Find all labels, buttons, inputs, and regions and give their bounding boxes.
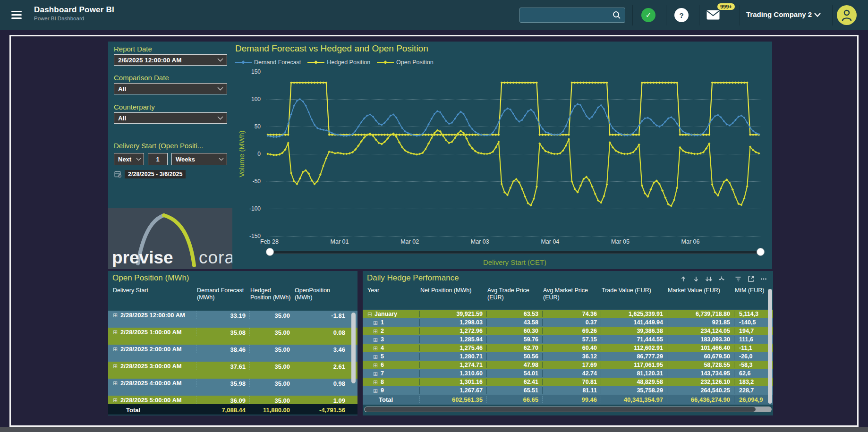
- help-icon[interactable]: ?: [674, 8, 689, 22]
- menu-icon[interactable]: [11, 11, 22, 21]
- column-header[interactable]: Avg Market Price (EUR): [542, 285, 601, 301]
- table-row[interactable]: ⊞2/28/2025 4:00:00 AM35.9835.000.98: [108, 379, 357, 396]
- table-row-january[interactable]: ⊟January39,921.5963.5374.361,625,339.916…: [363, 310, 773, 318]
- drill-down-icon[interactable]: [691, 274, 701, 284]
- search-box[interactable]: [519, 8, 625, 23]
- delivery-mode-select[interactable]: Next: [114, 153, 144, 165]
- filter-icon[interactable]: [733, 274, 743, 284]
- row-label: 7: [381, 370, 384, 377]
- table-row[interactable]: ⊞2/28/2025 5:00:00 AM36.0935.001.09: [108, 396, 357, 404]
- value-cell: 48,829.58: [601, 379, 667, 385]
- slider-handle-left[interactable]: [266, 248, 274, 256]
- table-row-6[interactable]: ⊞61,274.7147.9817.69117,061.9558,728.55-…: [363, 361, 773, 369]
- delivery-unit-select[interactable]: Weeks: [171, 153, 227, 165]
- table-row[interactable]: ⊞2/28/2025 2:00:00 AM38.4635.003.46: [108, 345, 357, 362]
- value-cell: 81.11: [542, 387, 601, 394]
- row-label: 5: [381, 353, 384, 360]
- delivery-range-value[interactable]: 2/28/2025 - 3/6/2025: [125, 170, 186, 178]
- chevron-down-icon[interactable]: [814, 13, 821, 17]
- expand-icon[interactable]: ⊞: [373, 345, 378, 352]
- table-row-9[interactable]: ⊞91,267.6765.5181.1135,758.29264,540.252…: [363, 386, 773, 395]
- column-header[interactable]: Avg Trade Price (EUR): [486, 285, 542, 301]
- column-header[interactable]: Demand Forecast (MWh): [196, 285, 249, 301]
- horizontal-scrollbar[interactable]: [364, 407, 772, 412]
- delivery-start-value: 2/28/2025 4:00:00 AM: [120, 380, 182, 387]
- company-selector[interactable]: Trading Company 2: [746, 10, 812, 18]
- search-input[interactable]: [520, 12, 612, 19]
- date-range-slider[interactable]: [269, 251, 761, 254]
- more-options-icon[interactable]: [759, 274, 768, 284]
- total-value: 26,094,9: [734, 396, 773, 403]
- column-header[interactable]: MtM (EUR): [734, 285, 773, 301]
- expand-icon[interactable]: ⊞: [373, 328, 378, 335]
- value-cell: 1,285.94: [419, 336, 486, 343]
- status-check-icon[interactable]: ✓: [641, 8, 655, 22]
- horizontal-scrollbar-thumb[interactable]: [365, 407, 756, 412]
- user-avatar[interactable]: [837, 5, 857, 25]
- legend-item-hedged-position[interactable]: Hedged Position: [307, 59, 370, 66]
- total-value: 7,088.44: [196, 406, 249, 414]
- table-row[interactable]: ⊞2/28/2025 12:00:00 AM33.1935.00-1.81: [108, 311, 357, 328]
- row-label: 9: [381, 387, 384, 394]
- divider: [632, 5, 633, 25]
- value-cell: 1,298.03: [419, 319, 486, 326]
- value-cell: 1,267.67: [419, 387, 486, 394]
- table-row-4[interactable]: ⊞41,275.4662.7060.40112,602.91101,466.40…: [363, 344, 773, 352]
- delivery-count-value: 1: [156, 156, 159, 163]
- legend-item-open-position[interactable]: Open Position: [377, 59, 434, 66]
- expand-icon[interactable]: ⊞: [113, 330, 118, 336]
- value-cell: 3.46: [294, 345, 349, 353]
- delivery-start-label: Delivery Start (Open Positi...: [114, 142, 230, 150]
- table-row-3[interactable]: ⊞31,285.9459.7657.1571,444.55183,093.301…: [363, 335, 773, 344]
- table-row-1[interactable]: ⊞11,298.0343.580.37141,449.94921.85-140,…: [363, 318, 773, 327]
- expand-icon[interactable]: ⊞: [373, 371, 378, 377]
- collapse-icon[interactable]: ⊟: [367, 311, 372, 318]
- expand-icon[interactable]: ⊞: [373, 320, 378, 326]
- slider-handle-right[interactable]: [757, 248, 765, 256]
- drill-up-icon[interactable]: [679, 274, 688, 284]
- vertical-scrollbar[interactable]: [768, 289, 772, 404]
- column-header[interactable]: OpenPosition (MWh): [294, 285, 349, 301]
- value-cell: 232,126.10: [667, 379, 734, 385]
- mail-icon[interactable]: [706, 10, 720, 20]
- expand-icon[interactable]: ⊞: [373, 354, 378, 360]
- year-cell: ⊞2: [366, 328, 419, 335]
- table-row[interactable]: ⊞2/28/2025 3:00:00 AM37.6135.002.61: [108, 362, 357, 379]
- line-chart[interactable]: [263, 67, 765, 245]
- value-cell: 117,061.95: [601, 362, 667, 368]
- delivery-count-input[interactable]: 1: [148, 153, 168, 165]
- expand-icon[interactable]: ⊞: [113, 364, 118, 370]
- column-header[interactable]: Trade Value (EUR): [601, 285, 667, 301]
- expand-icon[interactable]: ⊞: [113, 347, 118, 353]
- expand-icon[interactable]: ⊞: [113, 398, 118, 404]
- search-icon[interactable]: [612, 10, 621, 20]
- column-header[interactable]: Hedged Position (MWh): [249, 285, 294, 301]
- report-date-dropdown[interactable]: 2/6/2025 12:00:00 AM: [114, 54, 227, 66]
- table-row-5[interactable]: ⊞51,280.7150.5636.1286,777.2960,679.50-2…: [363, 352, 773, 361]
- table-row-7[interactable]: ⊞71,310.6054.0142.7481,120.31143,734.956…: [363, 369, 773, 378]
- table-row-8[interactable]: ⊞81,301.1662.4170.8148,829.58232,126.101…: [363, 378, 773, 386]
- chevron-down-icon: [217, 87, 223, 91]
- table-row-2[interactable]: ⊞21,272.9660.3069.2639,386.38234,124.051…: [363, 327, 773, 335]
- counterparty-dropdown[interactable]: All: [114, 112, 227, 124]
- year-cell: ⊟January: [366, 311, 419, 318]
- expand-icon[interactable]: ⊞: [373, 379, 378, 386]
- column-header[interactable]: Net Position (MWh): [419, 285, 486, 301]
- comparison-date-dropdown[interactable]: All: [114, 83, 227, 94]
- column-header[interactable]: Market Value (EUR): [667, 285, 734, 301]
- mail-badge: 999+: [717, 3, 735, 10]
- expand-next-level-icon[interactable]: [704, 274, 714, 284]
- expand-icon[interactable]: ⊞: [373, 362, 378, 369]
- legend-item-demand-forecast[interactable]: Demand Forecast: [235, 59, 301, 66]
- vertical-scrollbar[interactable]: [351, 313, 356, 383]
- expand-all-icon[interactable]: [717, 274, 726, 284]
- column-header[interactable]: Delivery Start: [112, 285, 196, 301]
- counterparty-value: All: [118, 115, 126, 122]
- table-row[interactable]: ⊞2/28/2025 1:00:00 AM35.0835.000.08: [108, 328, 357, 345]
- expand-icon[interactable]: ⊞: [373, 388, 378, 394]
- expand-icon[interactable]: ⊞: [113, 381, 118, 387]
- column-header[interactable]: Year: [366, 285, 419, 301]
- focus-mode-icon[interactable]: [746, 274, 756, 284]
- expand-icon[interactable]: ⊞: [113, 313, 118, 319]
- expand-icon[interactable]: ⊞: [373, 337, 378, 343]
